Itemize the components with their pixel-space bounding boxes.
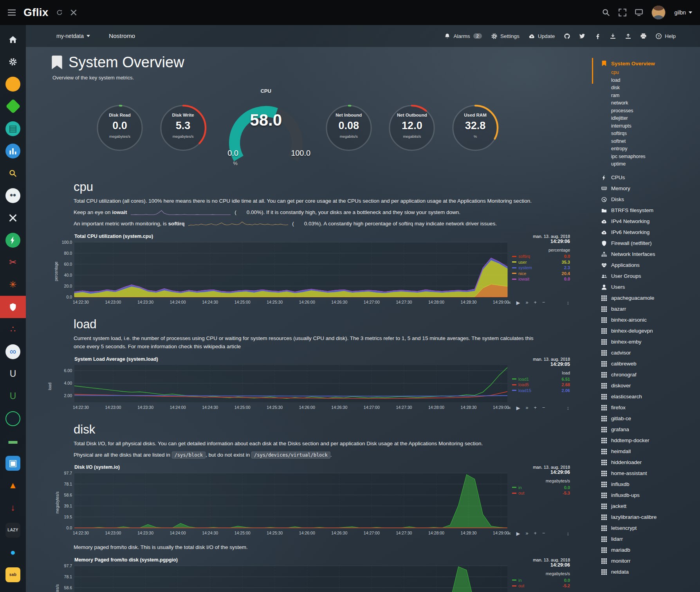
- wikipedia-link[interactable]: this wikipedia article: [194, 344, 241, 349]
- cpu-chart-plot[interactable]: 100.080.060.040.020.00.014:22:3014:23:00…: [55, 240, 509, 306]
- search-app-tab[interactable]: [0, 162, 26, 184]
- legend-item-load15[interactable]: load152.06: [512, 388, 570, 394]
- export-button[interactable]: [610, 33, 616, 39]
- submenu-item-network[interactable]: network: [611, 100, 695, 108]
- app-blue-bars-tab[interactable]: [0, 140, 26, 162]
- cpu-pan-right-button[interactable]: »: [525, 300, 528, 306]
- menu-item-apacheguacamole[interactable]: apacheguacamole: [601, 293, 695, 304]
- submenu-item-ram[interactable]: ram: [611, 93, 695, 101]
- menu-item-applications[interactable]: Applications: [601, 260, 695, 271]
- menu-item-letsencrypt[interactable]: letsencrypt: [601, 523, 695, 534]
- legend-item-in[interactable]: in0.0: [512, 577, 570, 583]
- menu-item-diskover[interactable]: diskover: [601, 380, 695, 391]
- app-white-dots-tab[interactable]: ••: [0, 184, 26, 207]
- legend-item-system[interactable]: system2.3: [512, 265, 570, 271]
- menu-item-gitlab-ce[interactable]: gitlab-ce: [601, 413, 695, 424]
- menu-item-influxdb[interactable]: influxdb: [601, 479, 695, 490]
- organizr-tab[interactable]: [0, 73, 26, 95]
- disk-write-gauge[interactable]: Disk Write5.3megabytes/s: [157, 102, 209, 154]
- menu-item-monitorr[interactable]: monitorr: [601, 556, 695, 567]
- import-button[interactable]: [625, 33, 631, 39]
- help-button[interactable]: ? Help: [656, 33, 676, 39]
- user-avatar[interactable]: [651, 5, 666, 20]
- load-play-button[interactable]: ▶: [516, 405, 520, 411]
- menu-item-network-interfaces[interactable]: Network Interfaces: [601, 249, 695, 260]
- submenu-item-softirqs[interactable]: softirqs: [611, 131, 695, 139]
- print-button[interactable]: [640, 33, 646, 39]
- server-dropdown[interactable]: my-netdata: [56, 33, 90, 39]
- cpu-zoom-out-button[interactable]: −: [542, 300, 545, 306]
- menu-item-binhex-emby[interactable]: binhex-emby: [601, 336, 695, 347]
- submenu-item-interrupts[interactable]: interrupts: [611, 123, 695, 131]
- menu-item-binhex-delugevpn[interactable]: binhex-delugevpn: [601, 326, 695, 336]
- menu-item-grafana[interactable]: grafana: [601, 424, 695, 435]
- load-pan-right-button[interactable]: »: [525, 405, 528, 411]
- load-zoom-out-button[interactable]: −: [542, 405, 545, 411]
- used-ram-gauge[interactable]: Used RAM32.8%: [449, 102, 501, 154]
- app-u-green-tab[interactable]: U: [0, 385, 26, 407]
- legend-item-user[interactable]: user35.3: [512, 259, 570, 265]
- disk-io-chart-plot[interactable]: 97.778.158.639.119.50.014:22:3014:23:001…: [55, 471, 509, 536]
- tab-refresh-icon[interactable]: [56, 9, 63, 16]
- net-inbound-gauge[interactable]: Net Inbound0.08megabits/s: [323, 102, 375, 154]
- settings-button[interactable]: Settings: [491, 33, 520, 39]
- submenu-item-entropy[interactable]: entropy: [611, 146, 695, 154]
- disk-io-pan-left-button[interactable]: «: [508, 531, 511, 536]
- menu-item-elasticsearch[interactable]: elasticsearch: [601, 391, 695, 402]
- cpu-pan-left-button[interactable]: «: [508, 300, 511, 306]
- menu-item-hddtemp-docker[interactable]: hddtemp-docker: [601, 435, 695, 446]
- menu-item-heimdall[interactable]: heimdall: [601, 446, 695, 457]
- menu-item-cadvisor[interactable]: cadvisor: [601, 347, 695, 358]
- menu-item-hiddenloader[interactable]: hiddenloader: [601, 457, 695, 468]
- hamburger-menu-icon[interactable]: [8, 9, 16, 16]
- submenu-item-disk[interactable]: disk: [611, 85, 695, 93]
- menu-item-firefox[interactable]: firefox: [601, 402, 695, 413]
- cpu-resize-handle[interactable]: ↕: [567, 300, 570, 306]
- display-icon[interactable]: [635, 9, 643, 16]
- app-photo-tab[interactable]: ▣: [0, 452, 26, 474]
- menu-item-mariadb[interactable]: mariadb: [601, 545, 695, 556]
- home-tab[interactable]: [0, 28, 26, 50]
- legend-item-out[interactable]: out-5.2: [512, 583, 570, 589]
- facebook-button[interactable]: [595, 33, 601, 39]
- legend-item-load1[interactable]: load16.51: [512, 376, 570, 382]
- menu-item-btrfs-filesystem[interactable]: BTRFS filesystem: [601, 205, 695, 216]
- legend-item-softirq[interactable]: softirq0.0: [512, 254, 570, 259]
- app-green-bolt-tab[interactable]: [0, 229, 26, 251]
- submenu-item-cpu[interactable]: cpu: [611, 70, 695, 77]
- disk-read-gauge[interactable]: Disk Read0.0megabytes/s: [94, 102, 146, 154]
- app-fox-tab[interactable]: ▲: [0, 474, 26, 497]
- settings-tab[interactable]: [0, 50, 26, 73]
- legend-item-load5[interactable]: load52.68: [512, 382, 570, 388]
- cpu-zoom-in-button[interactable]: +: [534, 300, 536, 306]
- app-red-dots-tab[interactable]: ∴: [0, 318, 26, 340]
- app-x-tab[interactable]: [0, 207, 26, 229]
- submenu-item-idlejitter[interactable]: idlejitter: [611, 115, 695, 123]
- submenu-item-processes[interactable]: processes: [611, 108, 695, 116]
- fullscreen-icon[interactable]: [619, 9, 626, 16]
- menu-item-firewall-netfilter[interactable]: Firewall (netfilter): [601, 238, 695, 249]
- menu-item-chronograf[interactable]: chronograf: [601, 369, 695, 380]
- menu-item-lidarr[interactable]: lidarr: [601, 534, 695, 545]
- pgpgio-chart-plot[interactable]: 97.778.158.639.119.50.014:22:3014:23:001…: [55, 563, 509, 592]
- menu-item-binhex-airsonic[interactable]: binhex-airsonic: [601, 315, 695, 326]
- disk-io-play-button[interactable]: ▶: [516, 531, 520, 536]
- menu-item-disks[interactable]: Disks: [601, 194, 695, 205]
- net-outbound-gauge[interactable]: Net Outbound12.0megabits/s: [386, 102, 438, 154]
- menu-item-influxdb-ups[interactable]: influxdb-ups: [601, 490, 695, 501]
- menu-item-users[interactable]: Users: [601, 282, 695, 293]
- menu-item-user-groups[interactable]: User Groups: [601, 271, 695, 282]
- app-horseshoe-tab[interactable]: U: [0, 363, 26, 385]
- tab-close-icon[interactable]: [70, 9, 77, 16]
- app-shield-tab[interactable]: [0, 296, 26, 318]
- load-pan-left-button[interactable]: «: [508, 405, 511, 411]
- submenu-item-uptime[interactable]: uptime: [611, 161, 695, 169]
- legend-item-iowait[interactable]: iowait0.0: [512, 276, 570, 282]
- disk-io-zoom-in-button[interactable]: +: [534, 531, 536, 536]
- submenu-item-softnet[interactable]: softnet: [611, 139, 695, 146]
- menu-item-calibreweb[interactable]: calibreweb: [601, 358, 695, 369]
- menu-item-netdata[interactable]: netdata: [601, 567, 695, 578]
- github-button[interactable]: [564, 33, 570, 39]
- cpu-gauge[interactable]: CPU58.00.0100.0%: [220, 89, 311, 167]
- app-green-ring-tab[interactable]: [0, 407, 26, 430]
